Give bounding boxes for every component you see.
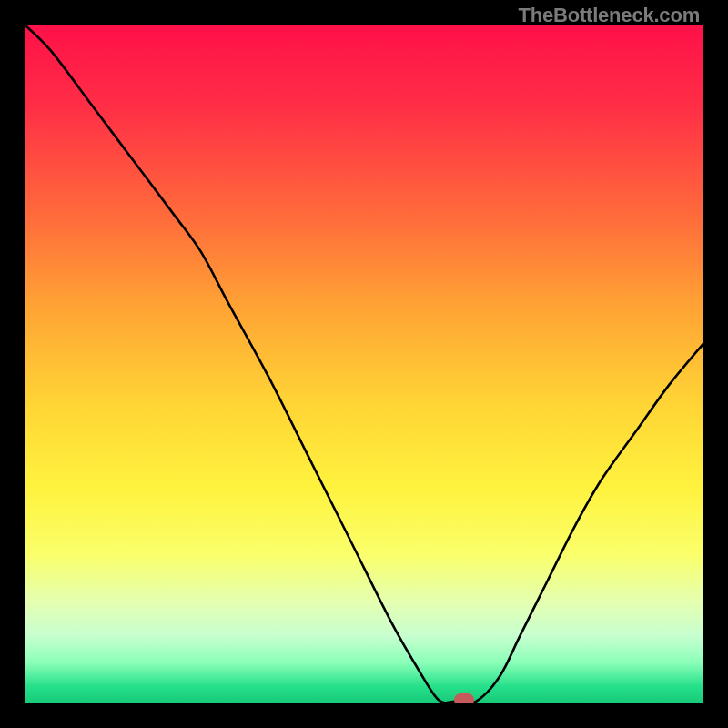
watermark-text: TheBottleneck.com — [518, 4, 700, 27]
bottleneck-curve — [25, 25, 703, 703]
chart-frame: TheBottleneck.com — [0, 0, 728, 728]
plot-area — [25, 25, 703, 703]
optimal-point-marker — [454, 693, 474, 703]
